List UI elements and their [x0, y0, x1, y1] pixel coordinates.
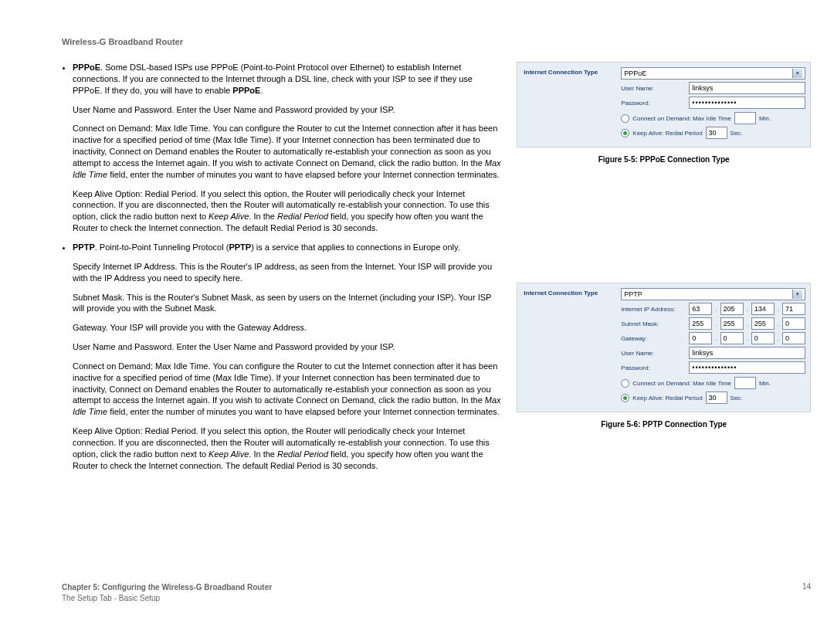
gw-octet-4[interactable]: 0	[782, 332, 805, 344]
figure-5-6-caption: Figure 5-6: PPTP Connection Type	[517, 420, 811, 429]
para-user-pass-2: User Name and Password. Enter the User N…	[73, 341, 501, 353]
text: . In the	[249, 449, 277, 459]
term-pppoe: PPPoE	[73, 63, 100, 72]
password-label: Password:	[621, 100, 686, 107]
bullet-pppoe: PPPoE. Some DSL-based ISPs use PPPoE (Po…	[73, 62, 501, 234]
keep-alive-radio[interactable]	[621, 394, 629, 402]
running-header: Wireless-G Broadband Router	[62, 37, 811, 46]
para-cod: Connect on Demand: Max Idle Time. You ca…	[73, 123, 501, 180]
para-gateway: Gateway. Your ISP will provide you with …	[73, 322, 501, 334]
mask-octet-4[interactable]: 0	[782, 317, 805, 330]
mask-octet-1[interactable]: 255	[689, 317, 712, 330]
term-pptp: PPTP	[73, 242, 95, 252]
para-user-pass: User Name and Password. Enter the User N…	[73, 104, 501, 116]
redial-period-input[interactable]: 30	[706, 391, 727, 404]
username-input[interactable]: linksys	[689, 347, 805, 359]
bullet-list: PPPoE. Some DSL-based ISPs use PPPoE (Po…	[62, 62, 501, 471]
keep-alive-label: Keep Alive: Redial Period	[632, 395, 702, 402]
username-label: User Name:	[621, 85, 686, 92]
text: Connect on Demand: Max Idle Time. You ca…	[73, 124, 497, 168]
password-input[interactable]: ••••••••••••••	[689, 361, 805, 374]
cod-label: Connect on Demand: Max Idle Time	[632, 380, 731, 387]
select-value: PPTP	[624, 289, 642, 300]
text: .	[260, 86, 263, 95]
cod-label: Connect on Demand: Max Idle Time	[632, 115, 731, 122]
bullet-pptp: PPTP. Point-to-Point Tunneling Protocol …	[73, 242, 501, 472]
text: field, enter the number of minutes you w…	[107, 170, 500, 179]
cod-unit: Min.	[759, 115, 771, 122]
document-page: Wireless-G Broadband Router PPPoE. Some …	[0, 0, 834, 644]
content-row: PPPoE. Some DSL-based ISPs use PPPoE (Po…	[62, 62, 811, 479]
connection-type-select[interactable]: PPPoE ▾	[621, 67, 805, 80]
para-keepalive-2: Keep Alive Option: Redial Period. If you…	[73, 425, 501, 471]
footer-section: The Setup Tab - Basic Setup	[62, 593, 272, 604]
figure-5-5-caption: Figure 5-5: PPPoE Connection Type	[517, 155, 811, 164]
chevron-down-icon: ▾	[792, 69, 802, 78]
italic-redial-period-2: Redial Period	[277, 449, 328, 459]
gw-octet-3[interactable]: 0	[751, 332, 775, 344]
username-label: User Name:	[621, 350, 686, 357]
mask-label: Subnet Mask:	[621, 320, 686, 327]
gw-octet-1[interactable]: 0	[689, 332, 712, 344]
password-input[interactable]: ••••••••••••••	[689, 97, 805, 109]
chevron-down-icon: ▾	[792, 290, 802, 299]
figure-5-5-panel: Internet Connection Type PPPoE ▾ User Na…	[517, 62, 811, 147]
ip-octet-4[interactable]: 71	[782, 303, 805, 315]
italic-keep-alive-2: Keep Alive	[208, 449, 249, 459]
italic-redial-period: Redial Period	[277, 212, 328, 221]
max-idle-time-input[interactable]	[734, 377, 756, 389]
keep-alive-radio[interactable]	[621, 129, 629, 137]
figure-5-6-panel: Internet Connection Type PPTP ▾ Internet…	[517, 283, 811, 412]
mask-octet-2[interactable]: 255	[720, 317, 744, 330]
text: . Point-to-Point Tunneling Protocol (	[95, 242, 229, 252]
para-subnet: Subnet Mask. This is the Router's Subnet…	[73, 292, 501, 315]
cod-unit: Min.	[759, 380, 771, 387]
text: . In the	[249, 212, 277, 221]
body-text-column: PPPoE. Some DSL-based ISPs use PPPoE (Po…	[62, 62, 501, 479]
connect-on-demand-radio[interactable]	[621, 379, 629, 388]
ip-octet-3[interactable]: 134	[751, 303, 775, 315]
text: ) is a service that applies to connectio…	[251, 242, 460, 252]
keep-unit: Sec.	[731, 130, 743, 137]
footer-chapter: Chapter 5: Configuring the Wireless-G Br…	[62, 582, 272, 593]
text: . Some DSL-based ISPs use PPPoE (Point-t…	[73, 63, 473, 95]
para-spec-ip: Specify Internet IP Address. This is the…	[73, 261, 501, 284]
panel-title: Internet Connection Type	[522, 288, 613, 301]
page-footer: Chapter 5: Configuring the Wireless-G Br…	[62, 582, 811, 604]
panel-title: Internet Connection Type	[522, 67, 613, 80]
ip-octet-2[interactable]: 205	[720, 303, 744, 315]
para-keepalive: Keep Alive Option: Redial Period. If you…	[73, 188, 501, 234]
mask-octet-3[interactable]: 255	[751, 317, 775, 330]
password-label: Password:	[621, 364, 686, 371]
gateway-label: Gateway:	[621, 335, 686, 342]
keep-alive-label: Keep Alive: Redial Period	[632, 130, 702, 137]
select-value: PPPoE	[624, 68, 646, 79]
figures-column: Internet Connection Type PPPoE ▾ User Na…	[517, 62, 811, 479]
redial-period-input[interactable]: 30	[706, 127, 727, 139]
italic-keep-alive: Keep Alive	[208, 212, 249, 221]
term-pptp-2: PPTP	[229, 242, 251, 252]
username-input[interactable]: linksys	[689, 82, 805, 94]
text: Connect on Demand: Max Idle Time. You ca…	[73, 361, 497, 405]
max-idle-time-input[interactable]	[734, 112, 756, 124]
text: field, enter the number of minutes you w…	[107, 407, 500, 416]
ip-label: Internet IP Address:	[621, 306, 686, 313]
term-pppoe-tail: PPPoE	[232, 86, 260, 95]
para-cod-2: Connect on Demand: Max Idle Time. You ca…	[73, 361, 501, 418]
connection-type-select[interactable]: PPTP ▾	[621, 288, 805, 300]
ip-octet-1[interactable]: 63	[689, 303, 712, 315]
gw-octet-2[interactable]: 0	[720, 332, 744, 344]
page-number: 14	[802, 582, 811, 604]
keep-unit: Sec.	[731, 395, 743, 402]
connect-on-demand-radio[interactable]	[621, 114, 629, 123]
